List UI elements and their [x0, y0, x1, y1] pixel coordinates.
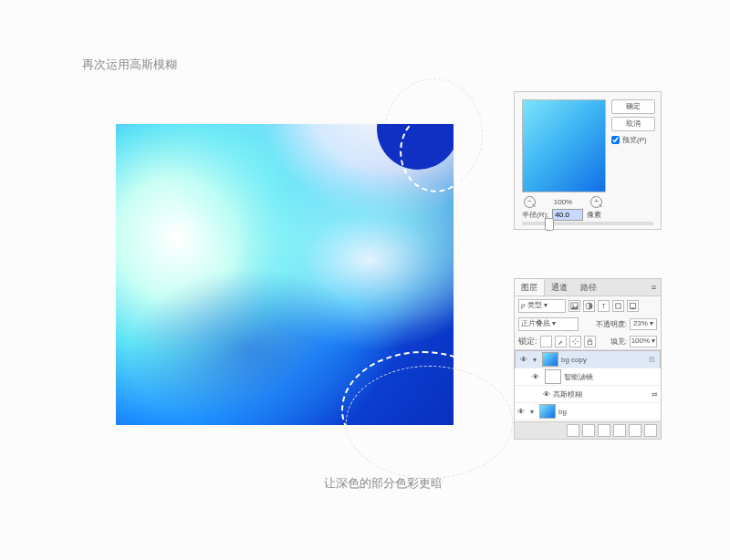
layer-row[interactable]: ▾ bg copy ⊡ [515, 350, 661, 368]
expand-toggle[interactable]: ▾ [530, 356, 539, 364]
preview-checkbox-label: 预览(P) [622, 135, 647, 145]
layer-name[interactable]: bg copy [561, 356, 649, 364]
svg-rect-6 [631, 307, 635, 309]
link-layers-icon[interactable] [567, 424, 579, 437]
gaussian-blur-dialog: 确定 取消 预览(P) 100% 半径(R): 像素 [514, 91, 662, 230]
svg-text:T: T [601, 302, 606, 310]
delete-layer-icon[interactable] [644, 424, 657, 437]
filter-text-icon[interactable]: T [598, 300, 610, 312]
lock-all-icon[interactable] [584, 336, 596, 347]
layer-mask-icon[interactable] [598, 424, 610, 437]
radius-slider-thumb[interactable] [545, 218, 554, 231]
lock-icon [586, 337, 594, 346]
panel-tabs: 图层 通道 路径 ≡ [515, 279, 661, 296]
zoom-in-icon[interactable] [590, 196, 602, 208]
blend-mode-select[interactable]: 正片叠底 ▾ [518, 317, 579, 331]
preview-checkbox-input[interactable] [611, 136, 620, 144]
layers-panel: 图层 通道 路径 ≡ ρ 类型 ▾ T 正片叠底 ▾ 不透明度: 23% ▾ 锁… [514, 278, 662, 440]
layer-thumbnail[interactable] [539, 404, 556, 419]
tab-paths[interactable]: 路径 [574, 279, 603, 296]
radius-input[interactable] [552, 209, 583, 221]
layer-style-icon[interactable] [582, 424, 595, 437]
filter-name: 高斯模糊 [553, 389, 652, 399]
opacity-label: 不透明度: [596, 319, 627, 329]
blur-preview[interactable] [522, 99, 606, 192]
visibility-toggle[interactable] [515, 408, 527, 416]
svg-point-1 [572, 304, 573, 305]
filter-shape-icon[interactable] [612, 300, 624, 312]
move-icon [571, 337, 579, 346]
lock-pixels-icon[interactable] [555, 336, 567, 347]
preview-checkbox[interactable]: 预览(P) [611, 134, 655, 145]
opacity-input[interactable]: 23% ▾ [630, 318, 657, 330]
shape-icon [614, 302, 622, 310]
new-group-icon[interactable] [613, 424, 626, 437]
layers-dock [515, 421, 661, 439]
selection-ellipse-small[interactable] [400, 111, 472, 192]
text-icon: T [600, 302, 608, 310]
layer-list: ▾ bg copy ⊡ 智能滤镜 高斯模糊 ⇄ ▾ bg 智能滤镜 [515, 350, 661, 421]
instruction-top: 再次运用高斯模糊 [82, 57, 177, 73]
lock-label: 锁定: [518, 336, 537, 347]
expand-toggle[interactable]: ▾ [527, 408, 537, 416]
svg-rect-4 [616, 303, 620, 307]
cancel-button[interactable]: 取消 [611, 117, 655, 131]
new-layer-icon[interactable] [629, 424, 641, 437]
tab-channels[interactable]: 通道 [545, 279, 574, 296]
lock-transparency-icon[interactable] [540, 336, 552, 347]
fill-input[interactable]: 100% ▾ [630, 336, 657, 347]
panel-menu-icon[interactable]: ≡ [647, 279, 661, 296]
adjust-icon [585, 302, 593, 310]
filter-edit-icon[interactable]: ⇄ [652, 390, 658, 399]
zoom-out-icon[interactable] [524, 196, 536, 208]
layer-row[interactable]: ▾ bg [515, 403, 661, 420]
visibility-toggle[interactable] [529, 373, 542, 381]
zoom-percentage: 100% [554, 198, 572, 206]
tab-layers[interactable]: 图层 [515, 279, 545, 296]
radius-slider[interactable] [522, 222, 653, 225]
selection-ghost-main [346, 366, 513, 479]
smart-filters-row[interactable]: 智能滤镜 [515, 368, 661, 386]
svg-rect-7 [588, 341, 592, 345]
kind-select[interactable]: ρ 类型 ▾ [518, 299, 566, 313]
brush-icon [557, 337, 565, 346]
smart-icon [629, 302, 637, 310]
visibility-toggle[interactable] [540, 390, 553, 399]
ok-button[interactable]: 确定 [611, 99, 655, 114]
fill-label: 填充: [610, 337, 627, 347]
radius-unit: 像素 [587, 210, 601, 220]
filter-adjust-icon[interactable] [583, 300, 595, 312]
smart-filters-label: 智能滤镜 [564, 372, 661, 382]
filter-row[interactable]: 高斯模糊 ⇄ [515, 386, 661, 403]
lock-position-icon[interactable] [569, 336, 581, 347]
layer-thumbnail[interactable] [542, 352, 558, 367]
layer-name[interactable]: bg [558, 408, 661, 416]
visibility-toggle[interactable] [517, 356, 530, 364]
smart-object-icon[interactable]: ⊡ [649, 356, 655, 364]
filter-smart-icon[interactable] [627, 300, 639, 312]
image-icon [570, 302, 579, 310]
filter-mask-thumbnail[interactable] [545, 369, 561, 384]
filter-image-icon[interactable] [568, 300, 580, 312]
